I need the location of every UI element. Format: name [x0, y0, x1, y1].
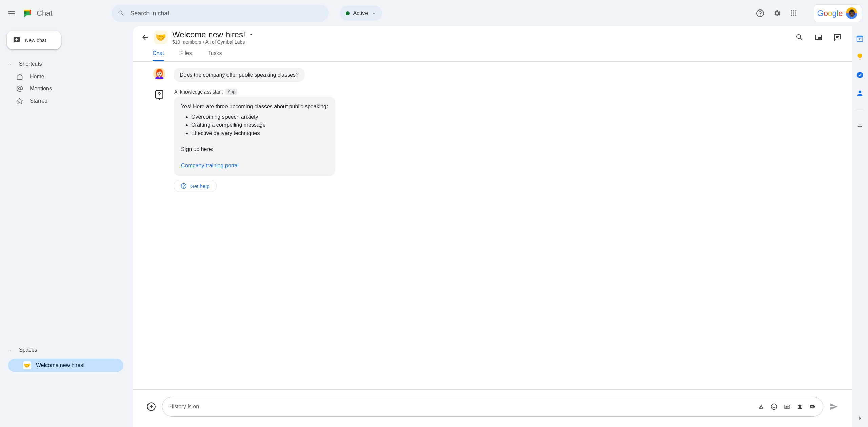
svg-point-15: [795, 15, 796, 16]
shortcuts-section[interactable]: Shortcuts: [0, 58, 133, 70]
thread-icon: [833, 33, 842, 41]
spaces-label: Spaces: [19, 347, 37, 353]
apps-button[interactable]: [790, 9, 798, 17]
thread-panel-button[interactable]: [833, 33, 842, 41]
new-chat-button[interactable]: New chat: [7, 30, 61, 49]
search-in-space-button[interactable]: [795, 33, 804, 41]
svg-text:?: ?: [158, 92, 161, 97]
settings-button[interactable]: [773, 9, 781, 17]
bot-list-item: Overcoming speech anxiety: [191, 113, 328, 121]
google-logo: Google: [817, 8, 843, 18]
toggle-side-panel-button[interactable]: [814, 33, 823, 41]
spaces-section[interactable]: Spaces: [0, 344, 133, 357]
right-side-panel: 31 +: [852, 26, 868, 427]
shortcuts-label: Shortcuts: [19, 61, 42, 67]
svg-rect-3: [24, 14, 31, 15]
svg-marker-4: [24, 15, 26, 17]
status-label: Active: [353, 10, 368, 16]
search-icon: [118, 9, 125, 17]
tab-files[interactable]: Files: [180, 50, 192, 61]
collapse-panel-button[interactable]: [856, 415, 863, 422]
calendar-app-button[interactable]: 31: [856, 35, 864, 42]
plus-circle-icon: [146, 402, 156, 411]
status-selector[interactable]: Active: [340, 6, 382, 21]
svg-point-32: [775, 406, 775, 406]
add-attachment-button[interactable]: [146, 402, 156, 411]
keep-icon: [856, 53, 864, 60]
get-help-button[interactable]: Get help: [174, 180, 217, 192]
conversation-tabs: Chat Files Tasks: [133, 45, 852, 62]
space-emoji-icon: 🤝: [23, 361, 31, 369]
svg-rect-19: [818, 37, 821, 39]
composer-area: GIF: [133, 389, 852, 427]
chat-logo-icon: [22, 7, 34, 19]
status-dot-icon: [346, 11, 350, 15]
gif-icon: GIF: [784, 403, 790, 410]
svg-point-13: [791, 15, 792, 16]
svg-point-12: [795, 12, 796, 14]
svg-point-11: [793, 12, 794, 14]
contacts-app-button[interactable]: [856, 89, 864, 97]
svg-point-30: [771, 404, 777, 410]
search-input[interactable]: [130, 10, 322, 17]
tab-tasks[interactable]: Tasks: [208, 50, 222, 61]
training-portal-link[interactable]: Company training portal: [181, 163, 239, 168]
apps-grid-icon: [790, 9, 797, 17]
user-avatar: 👨🏿: [846, 7, 857, 19]
svg-point-6: [760, 15, 760, 15]
format-button[interactable]: [758, 403, 765, 410]
calendar-icon: 31: [856, 35, 864, 42]
space-label: Welcome new hires!: [36, 362, 85, 368]
emoji-button[interactable]: [771, 403, 777, 410]
get-help-label: Get help: [190, 183, 210, 189]
tasks-icon: [856, 71, 864, 79]
user-avatar-icon: 👩🏻‍🦰: [153, 68, 165, 80]
video-meet-button[interactable]: [809, 403, 816, 410]
app-title: Chat: [37, 9, 52, 18]
search-box[interactable]: [112, 5, 329, 22]
tasks-app-button[interactable]: [856, 71, 864, 79]
new-chat-icon: [13, 36, 20, 44]
conversation-emoji: 🤝: [154, 30, 167, 44]
bot-intro: Yes! Here are three upcoming classes abo…: [181, 103, 328, 111]
help-button[interactable]: [756, 9, 764, 17]
space-welcome-new-hires[interactable]: 🤝 Welcome new hires!: [8, 359, 123, 372]
arrow-left-icon: [141, 33, 149, 41]
svg-point-9: [795, 10, 796, 12]
nav-mentions-label: Mentions: [30, 86, 52, 92]
send-button[interactable]: [829, 402, 838, 411]
bot-list-item: Crafting a compelling message: [191, 121, 328, 129]
nav-starred[interactable]: Starred: [0, 95, 123, 107]
help-circle-icon: [181, 183, 187, 189]
bot-name: AI knowledge assistant: [174, 89, 223, 95]
chevron-right-icon: [856, 415, 863, 422]
svg-point-16: [19, 88, 21, 90]
back-button[interactable]: [141, 33, 149, 41]
tab-chat[interactable]: Chat: [153, 50, 164, 61]
nav-home-label: Home: [30, 74, 44, 80]
bot-signup-text: Sign up here:: [181, 145, 328, 154]
main-menu-button[interactable]: [3, 5, 20, 21]
gif-button[interactable]: GIF: [784, 403, 790, 410]
upload-button[interactable]: [796, 403, 803, 410]
nav-mentions[interactable]: Mentions: [0, 83, 123, 95]
nav-home[interactable]: Home: [0, 70, 123, 83]
svg-text:31: 31: [858, 38, 862, 41]
app-logo[interactable]: Chat: [22, 7, 52, 19]
conversation-title-button[interactable]: Welcome new hires!: [172, 30, 254, 39]
nav-starred-label: Starred: [30, 98, 47, 104]
chevron-down-icon: [371, 11, 377, 16]
svg-text:GIF: GIF: [785, 406, 789, 408]
video-plus-icon: [809, 403, 816, 410]
message-composer[interactable]: GIF: [162, 396, 823, 417]
message-input[interactable]: [169, 404, 758, 410]
add-app-button[interactable]: +: [857, 122, 862, 131]
format-text-icon: [758, 403, 765, 410]
svg-rect-36: [857, 36, 863, 38]
upload-icon: [796, 403, 803, 410]
account-switcher[interactable]: Google 👨🏿: [814, 4, 861, 22]
caret-down-icon: [8, 348, 12, 352]
keep-app-button[interactable]: [856, 53, 864, 60]
app-badge: App: [225, 89, 237, 95]
svg-point-8: [793, 10, 794, 12]
